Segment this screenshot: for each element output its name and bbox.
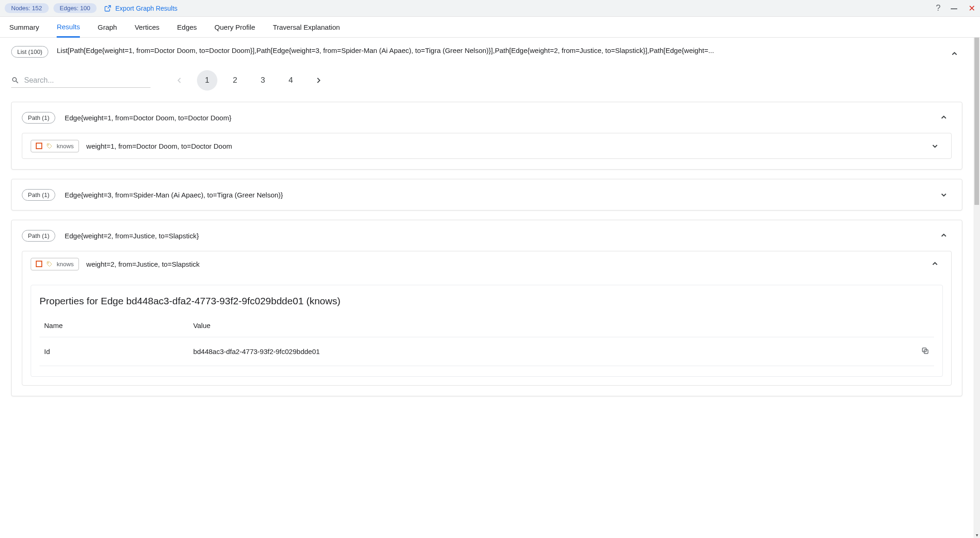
path-chip[interactable]: Path (1) (22, 112, 55, 124)
tab-query-profile[interactable]: Query Profile (215, 18, 255, 37)
path-chip[interactable]: Path (1) (22, 189, 55, 201)
path-title: Edge{weight=1, from=Doctor Doom, to=Doct… (65, 114, 231, 122)
properties-panel: Properties for Edge bd448ac3-dfa2-4773-9… (31, 285, 943, 377)
search-input[interactable] (24, 76, 150, 85)
list-summary-text: List[Path[Edge{weight=1, from=Doctor Doo… (57, 46, 938, 55)
pagination: 1 2 3 4 (169, 70, 329, 91)
tag-icon (46, 261, 53, 268)
edge-description: weight=1, from=Doctor Doom, to=Doctor Do… (86, 142, 232, 150)
chevron-up-icon (949, 49, 960, 59)
path-card: Path (1) Edge{weight=2, from=Justice, to… (11, 220, 962, 396)
tab-edges[interactable]: Edges (177, 18, 197, 37)
prop-name: Id (39, 337, 189, 366)
tag-icon (46, 143, 53, 150)
edge-type-chip[interactable]: knows (31, 140, 79, 152)
help-icon[interactable]: ? (936, 3, 941, 13)
edge-expand-button[interactable] (927, 138, 943, 154)
path-title: Edge{weight=2, from=Justice, to=Slapstic… (65, 232, 199, 240)
pager-prev-button[interactable] (169, 70, 189, 91)
pager-next-button[interactable] (308, 70, 329, 91)
edge-type-chip[interactable]: knows (31, 258, 79, 270)
header-bar: Nodes: 152 Edges: 100 Export Graph Resul… (0, 0, 980, 17)
search-icon (11, 76, 20, 85)
scrollbar[interactable]: ▾ (973, 38, 980, 538)
column-header-name: Name (39, 317, 189, 337)
table-row: Id bd448ac3-dfa2-4773-93f2-9fc029bdde01 (39, 337, 934, 366)
svg-point-1 (48, 262, 49, 263)
edges-count-pill: Edges: 100 (53, 3, 97, 13)
edge-card: knows weight=2, from=Justice, to=Slapsti… (22, 251, 952, 386)
svg-point-0 (48, 144, 49, 145)
scrollbar-down-arrow[interactable]: ▾ (973, 531, 980, 538)
search-field[interactable] (11, 73, 150, 88)
pager-page-2[interactable]: 2 (225, 70, 245, 91)
scrollbar-thumb[interactable] (974, 38, 979, 205)
path-collapse-button[interactable] (936, 228, 952, 243)
prop-value: bd448ac3-dfa2-4773-93f2-9fc029bdde01 (189, 337, 915, 366)
edge-color-icon (36, 143, 42, 149)
nodes-count-pill: Nodes: 152 (5, 3, 49, 13)
column-header-value: Value (189, 317, 915, 337)
tab-traversal-explanation[interactable]: Traversal Explanation (273, 18, 340, 37)
copy-icon[interactable] (921, 347, 929, 355)
path-card: Path (1) Edge{weight=3, from=Spider-Man … (11, 179, 962, 210)
path-card: Path (1) Edge{weight=1, from=Doctor Doom… (11, 102, 962, 170)
edge-type-label: knows (57, 261, 74, 268)
list-chip[interactable]: List (100) (11, 46, 48, 58)
tab-results[interactable]: Results (57, 17, 80, 38)
edge-color-icon (36, 261, 42, 267)
tab-summary[interactable]: Summary (9, 18, 39, 37)
export-icon (104, 5, 111, 12)
pager-page-1[interactable]: 1 (197, 70, 217, 91)
pager-page-4[interactable]: 4 (281, 70, 301, 91)
chevron-left-icon (175, 76, 184, 85)
list-collapse-button[interactable] (947, 46, 962, 62)
tab-graph[interactable]: Graph (98, 18, 117, 37)
chevron-down-icon (939, 190, 949, 200)
edge-card: knows weight=1, from=Doctor Doom, to=Doc… (22, 133, 952, 159)
results-content[interactable]: List (100) List[Path[Edge{weight=1, from… (0, 38, 973, 538)
export-label: Export Graph Results (115, 5, 177, 12)
export-graph-results-button[interactable]: Export Graph Results (104, 5, 177, 12)
tab-vertices[interactable]: Vertices (135, 18, 159, 37)
chevron-up-icon (930, 259, 940, 269)
pager-page-3[interactable]: 3 (253, 70, 273, 91)
edge-description: weight=2, from=Justice, to=Slapstick (86, 260, 200, 268)
chevron-up-icon (939, 112, 949, 123)
chevron-down-icon (930, 141, 940, 151)
chevron-up-icon (939, 230, 949, 241)
path-chip[interactable]: Path (1) (22, 230, 55, 242)
path-collapse-button[interactable] (936, 110, 952, 125)
properties-title: Properties for Edge bd448ac3-dfa2-4773-9… (39, 295, 934, 307)
chevron-right-icon (314, 76, 323, 85)
edge-collapse-button[interactable] (927, 256, 943, 272)
properties-table: Name Value Id bd448ac3-dfa2-477 (39, 317, 934, 366)
path-expand-button[interactable] (936, 187, 952, 203)
close-icon[interactable]: ✕ (968, 3, 975, 13)
tab-bar: Summary Results Graph Vertices Edges Que… (0, 17, 980, 38)
edge-type-label: knows (57, 143, 74, 150)
path-title: Edge{weight=3, from=Spider-Man (Ai Apaec… (65, 191, 283, 199)
